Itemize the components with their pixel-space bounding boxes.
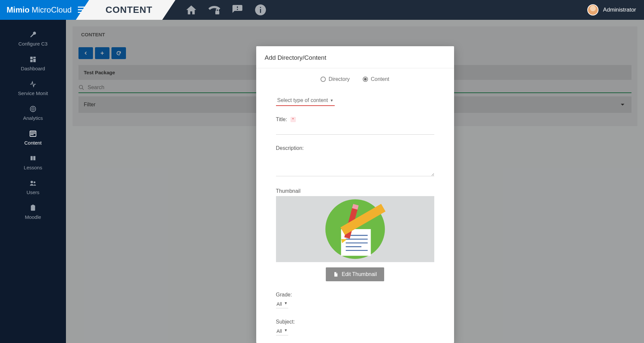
sidebar: Configure C3 Dashboard Service Monit Ana… [0, 20, 66, 343]
sidebar-item-users[interactable]: Users [0, 175, 66, 200]
svg-point-11 [31, 181, 33, 183]
title-input[interactable] [276, 124, 434, 135]
svg-rect-2 [260, 9, 261, 13]
thumbnail-default-icon [324, 198, 386, 260]
svg-rect-0 [215, 11, 219, 15]
user-menu[interactable]: Administrator [587, 4, 644, 16]
sidebar-item-label: Content [24, 140, 42, 146]
subject-label: Subject: [276, 319, 295, 325]
subject-select[interactable]: All ▼ [276, 327, 289, 335]
description-label: Description: [276, 145, 304, 151]
info-icon[interactable] [255, 4, 266, 16]
library-icon [29, 130, 37, 137]
header-section-tab: CONTENT [89, 0, 162, 20]
app-header: Mimio MicroCloud CONTENT Administrator [0, 0, 644, 20]
caret-down-icon: ▼ [330, 98, 333, 102]
svg-point-8 [30, 106, 36, 112]
avatar [587, 4, 598, 16]
announcement-icon[interactable] [231, 4, 243, 16]
edit-thumbnail-button[interactable]: Edit Thumbnail [326, 267, 384, 281]
subject-field: Subject: All ▼ [276, 319, 434, 335]
radio-directory[interactable]: Directory [321, 76, 350, 82]
target-icon [29, 105, 37, 113]
sidebar-item-lessons[interactable]: Lessons [0, 150, 66, 175]
file-icon [333, 272, 338, 277]
svg-rect-14 [32, 205, 34, 206]
content-type-field: Select type of content ▼ [276, 95, 434, 106]
sidebar-item-configure[interactable]: Configure C3 [0, 26, 66, 51]
user-name: Administrator [603, 7, 636, 13]
modal-body: Directory Content Select type of content… [256, 68, 454, 343]
svg-rect-3 [260, 7, 261, 8]
book-icon [29, 155, 37, 162]
svg-rect-13 [31, 205, 35, 211]
grade-label: Grade: [276, 292, 292, 298]
radio-content[interactable]: Content [363, 76, 389, 82]
sidebar-item-dashboard[interactable]: Dashboard [0, 51, 66, 76]
svg-rect-5 [33, 57, 36, 58]
wifi-lock-icon[interactable] [208, 4, 220, 16]
sidebar-item-label: Dashboard [21, 66, 45, 71]
grade-field: Grade: All ▼ [276, 292, 434, 308]
svg-rect-7 [30, 60, 33, 62]
pulse-icon [29, 81, 37, 88]
svg-point-9 [32, 108, 34, 110]
thumbnail-preview [276, 196, 434, 262]
users-icon [29, 180, 37, 187]
sidebar-item-service-monitor[interactable]: Service Monit [0, 76, 66, 101]
description-field: Description: [276, 145, 434, 178]
clipboard-icon [29, 204, 37, 212]
modal-title: Add Directory/Content [256, 46, 454, 68]
sidebar-item-moodle[interactable]: Moodle [0, 200, 66, 224]
sidebar-item-label: Service Monit [18, 90, 48, 96]
required-icon: * [291, 117, 296, 122]
description-input[interactable] [276, 153, 434, 176]
add-content-modal: Add Directory/Content Directory Content … [256, 46, 454, 343]
grade-select[interactable]: All ▼ [276, 300, 289, 308]
content-type-select[interactable]: Select type of content ▼ [276, 95, 335, 106]
caret-down-icon: ▼ [284, 301, 288, 307]
main-area: CONTENT Test Package Filter Add Director… [66, 20, 644, 343]
wrench-icon [29, 31, 37, 38]
thumbnail-label: Thumbnail [276, 188, 301, 194]
radio-icon [363, 77, 368, 82]
type-radio-group: Directory Content [276, 76, 434, 82]
svg-rect-6 [33, 59, 36, 62]
brand-logo: Mimio MicroCloud [7, 5, 72, 15]
sidebar-item-label: Users [26, 189, 39, 195]
title-field: Title: * [276, 117, 434, 135]
header-icon-row [185, 4, 266, 16]
thumbnail-field: Thumbnail [276, 188, 434, 281]
sidebar-item-analytics[interactable]: Analytics [0, 101, 66, 125]
svg-point-12 [34, 182, 36, 184]
title-label: Title: [276, 117, 287, 122]
svg-rect-4 [30, 57, 33, 59]
header-section-label: CONTENT [106, 5, 152, 15]
sidebar-item-content[interactable]: Content [0, 125, 66, 150]
radio-icon [321, 77, 326, 82]
home-icon[interactable] [185, 4, 197, 16]
sidebar-item-label: Analytics [23, 115, 43, 121]
caret-down-icon: ▼ [284, 328, 288, 334]
sidebar-item-label: Lessons [24, 165, 42, 170]
sidebar-item-label: Moodle [25, 214, 41, 220]
dashboard-icon [29, 56, 37, 63]
sidebar-item-label: Configure C3 [18, 41, 47, 47]
